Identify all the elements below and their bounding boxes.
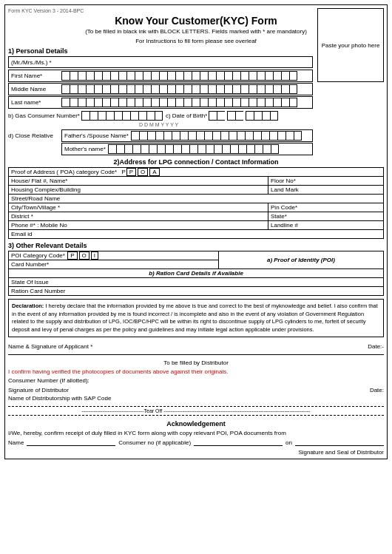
salutation-label: (Mr./Mrs./Ms.) * (11, 59, 52, 66)
mother-name-boxes (108, 144, 279, 154)
card-number-label: Card Number* (11, 261, 49, 268)
poi-category-label: POI Category Code* (11, 252, 65, 259)
distributor-section: To be filled by Distributor I confirm ha… (8, 359, 384, 402)
date-label: Date:- (368, 343, 384, 350)
acknowledgement-section: Acknowledgement I/We, hereby, confirm re… (8, 420, 384, 456)
ack-consumer-line (194, 445, 283, 446)
dob-format: D D M M Y Y Y Y (10, 122, 313, 127)
house-label: House/ Flat #, Name* (11, 178, 67, 184)
dist-date-label: Date: (370, 387, 384, 393)
middle-name-boxes (61, 84, 297, 94)
close-relative-label: d) Close Relative (8, 132, 61, 139)
city-label: City/Town/Village * (11, 204, 60, 211)
district-label: District * (11, 213, 33, 220)
phone-label: Phone #* : Mobile No (11, 222, 67, 229)
consumer-number-label: Consumer Number (If allotted): (8, 377, 384, 384)
housing-label: Housing Complex/Building (11, 186, 81, 193)
ack-name-row: Name Consumer no (if applicable) on (8, 439, 384, 446)
ack-text: I/We, hereby, confirm receipt of duly fi… (8, 430, 384, 436)
email-label: Email id (11, 231, 32, 237)
pin-label: Pin Code* (271, 204, 297, 211)
dist-to-be-filled: To be filled by Distributor (8, 359, 384, 366)
floor-label: Floor No* (271, 178, 296, 184)
mother-name-label: Mother's name* (64, 146, 106, 152)
first-name-label: First Name* (11, 72, 61, 79)
tear-off: ------------------------------------Tear… (8, 406, 384, 416)
poi-title: a) Proof of Identity (POI) (267, 257, 335, 263)
ack-on-line (295, 445, 384, 446)
signature-section: Name & Signature of Applicant * Date:- (8, 343, 384, 350)
last-name-boxes (61, 98, 297, 107)
address-table: Proof of Address ( POA) category Code* P… (8, 167, 384, 239)
ack-name-line (27, 445, 115, 446)
dob-boxes (209, 111, 278, 121)
dist-name-label: Name of Distributorship with SAP Code (8, 395, 384, 402)
sig-seal: Signature and Seal of Distributor (8, 449, 384, 456)
photo-box: Paste your photo here (317, 8, 384, 82)
ack-on-label: on (285, 439, 292, 446)
ack-title: Acknowledgement (8, 420, 384, 428)
land-mark-label: Land Mark (271, 186, 299, 193)
landline-label: Landline # (271, 222, 298, 229)
state-label: State* (271, 213, 287, 220)
sig-distributor-label: Signature of Distributor (8, 387, 69, 393)
gas-consumer-boxes (81, 111, 163, 121)
other-details-table: POI Category Code* POI a) Proof of Ident… (8, 251, 384, 296)
ration-card-label: Ration Card Number (11, 288, 65, 294)
last-name-label: Last name* (11, 99, 61, 106)
father-name-boxes (131, 131, 302, 141)
address-title: 2)Address for LPG connection / Contact I… (8, 158, 384, 166)
proof-label: Proof of Address ( POA) category Code* (11, 169, 117, 175)
middle-name-label: Middle Name (11, 86, 61, 92)
father-spouse-label: Father's /Spouse Name* (64, 132, 129, 139)
dob-label: c) Date of Birth* (166, 112, 207, 119)
ack-name-label: Name (8, 439, 24, 446)
declaration-text: I hereby declare that the information pr… (12, 303, 378, 333)
other-details-title: 3) Other Relevant Details (8, 242, 384, 249)
state-of-issue-label: State Of Issue (11, 279, 49, 286)
ration-title: b) Ration Card Details if Available (149, 270, 243, 277)
confirm-text: I confirm having verified the photocopie… (8, 368, 384, 375)
form-container: Form KYC Version 3 - 2014-BPC Know Your … (4, 4, 388, 459)
ack-consumer-label: Consumer no (if applicable) (118, 439, 191, 446)
name-sig-label: Name & Signature of Applicant * (8, 343, 92, 350)
gas-consumer-label: b) Gas Consumer Number* (8, 112, 80, 119)
street-label: Street/Road Name (11, 195, 60, 202)
photo-label: Paste your photo here (322, 42, 380, 49)
divider-1 (8, 354, 384, 355)
first-name-boxes (61, 71, 297, 81)
declaration-title: Declaration: (12, 303, 44, 309)
declaration-box: Declaration: I hereby declare that the i… (8, 299, 384, 337)
